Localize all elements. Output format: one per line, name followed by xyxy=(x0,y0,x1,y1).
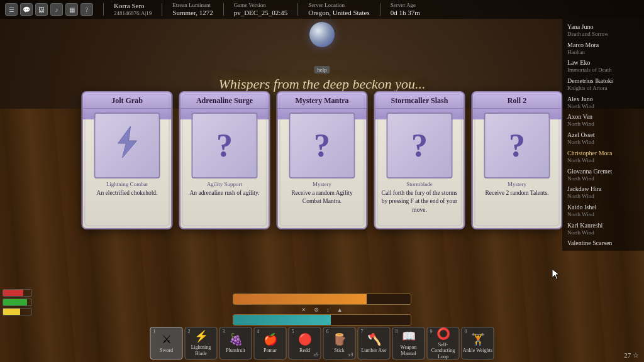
xp-area: ✕ ⚙ ↕ ▲ xyxy=(233,293,411,327)
stats-icon[interactable]: ▦ xyxy=(65,3,78,16)
hp-bar xyxy=(3,290,23,296)
card-image: ? xyxy=(289,112,355,178)
player-id: 248146876:A|19 xyxy=(114,10,152,17)
player-list-item[interactable]: Valentine Scarsen xyxy=(562,238,644,248)
card-2[interactable]: Mystery Mantra ? Mystery Receive a rando… xyxy=(277,91,368,229)
slot-icon: ⭕ xyxy=(436,327,450,341)
hotbar-slot-7[interactable]: 8 📖 Weapon Manual xyxy=(392,327,425,359)
slot-label: Sword xyxy=(160,348,173,354)
card-description: Receive 2 random Talents. xyxy=(480,189,554,197)
card-icon: ? xyxy=(411,127,428,164)
card-image: ? xyxy=(192,112,258,178)
ctrl-arrows[interactable]: ↕ xyxy=(326,307,330,313)
mana-bar xyxy=(3,309,20,315)
card-selection: Jolt Grab Lightning Combat An electrifie… xyxy=(82,91,563,229)
server-age-value: 0d 1h 37m xyxy=(391,9,420,17)
card-title: Mystery Mantra xyxy=(278,92,367,109)
card-type: Stormblade xyxy=(406,181,433,187)
chat-icon[interactable]: 💬 xyxy=(20,3,33,16)
card-description: An adrenaline rush of agility. xyxy=(185,189,265,197)
player-list-item[interactable]: Jackdaw HiraNorth Wind xyxy=(562,184,644,202)
card-type: Mystery xyxy=(313,181,331,187)
player-list-item[interactable]: Marco MoraHaohan xyxy=(562,40,644,58)
player-name: Karl Kanreshi xyxy=(567,221,639,229)
ctrl-up[interactable]: ▲ xyxy=(337,307,343,313)
hotbar-slot-4[interactable]: 5 🔴 Redd x9 xyxy=(289,327,321,359)
slot-number: 6 xyxy=(326,329,329,334)
help-icon[interactable]: ? xyxy=(80,3,93,16)
player-sub: North Wind xyxy=(567,139,639,146)
hotbar-slot-8[interactable]: 9 ⭕ Self-Conducting Loop xyxy=(427,327,460,359)
slot-icon: 🪵 xyxy=(333,332,347,346)
xp-bar-orange xyxy=(233,294,367,304)
hotbar-slot-2[interactable]: 3 🍇 Plumfruit xyxy=(219,327,252,359)
stamina-bar-container xyxy=(3,299,32,306)
card-title: Adrenaline Surge xyxy=(180,92,269,109)
ctrl-gear[interactable]: ⚙ xyxy=(314,307,319,313)
player-list-item[interactable]: Yana JunoDeath and Sorrow xyxy=(562,21,644,40)
player-name: Marco Mora xyxy=(567,41,639,49)
server-location-label: Server Location xyxy=(308,2,345,9)
slot-icon: 🏋 xyxy=(471,332,485,346)
ctrl-x[interactable]: ✕ xyxy=(301,307,306,313)
hp-bar-container xyxy=(3,289,32,297)
hotbar-slot-5[interactable]: 6 🪵 Stick x9 xyxy=(323,327,356,359)
etrean-value: Summer, 1272 xyxy=(172,9,213,17)
xp-bar-outer-2 xyxy=(233,314,411,326)
player-sub: North Wind xyxy=(567,121,639,128)
player-list-item[interactable]: Christopher MoraNorth Wind xyxy=(562,148,644,166)
player-name: Giovanna Gremet xyxy=(567,167,639,175)
player-list-item[interactable]: Axon VenNorth Wind xyxy=(562,111,644,129)
card-image xyxy=(94,112,160,178)
player-list-item[interactable]: Demetrius IkatokiKnights of Artora xyxy=(562,75,644,94)
card-type: Mystery xyxy=(508,181,526,187)
slot-icon: 🪓 xyxy=(367,332,381,346)
hotbar-slot-6[interactable]: 7 🪓 Lumber Axe xyxy=(358,327,391,359)
player-name: Valentine Scarsen xyxy=(567,239,639,247)
player-sub: Knights of Artora xyxy=(567,85,639,92)
slot-number: 9 xyxy=(430,329,433,334)
player-sub: Death and Sorrow xyxy=(567,31,639,38)
hotbar-slot-9[interactable]: 0 🏋 Ankle Weights xyxy=(462,327,494,359)
player-sub: North Wind xyxy=(567,175,639,183)
whisper-prompt: help Whispers from the deep beckon you..… xyxy=(218,63,425,92)
player-list-item[interactable]: Giovanna GremetNorth Wind xyxy=(562,166,644,184)
hotbar-slot-1[interactable]: 2 ⚡ Lightning Blade xyxy=(185,327,218,359)
player-sub: Haohan xyxy=(567,49,639,57)
card-3[interactable]: Stormcaller Slash ? Stormblade Call fort… xyxy=(374,91,465,229)
hotbar-slot-0[interactable]: 1 ⚔ Sword xyxy=(150,327,183,359)
player-list-item[interactable]: Kaido IshelNorth Wind xyxy=(562,202,644,220)
slot-icon: 📖 xyxy=(402,329,416,343)
player-name: Kaido Ishel xyxy=(567,203,639,211)
slot-number: 7 xyxy=(361,329,364,334)
menu-icon[interactable]: ☰ xyxy=(5,3,18,16)
card-4[interactable]: Roll 2 ? Mystery Receive 2 random Talent… xyxy=(472,91,563,229)
player-bars xyxy=(0,287,35,318)
counter-value: 27 ☆ xyxy=(624,351,639,359)
player-name: Jackdaw Hira xyxy=(567,185,639,193)
player-list-item[interactable]: Karl KanreshiNorth Wind xyxy=(562,220,644,238)
gallery-icon[interactable]: 🖼 xyxy=(35,3,48,16)
card-icon: ? xyxy=(314,127,330,164)
slot-icon: 🍇 xyxy=(229,332,243,346)
hotbar-slot-3[interactable]: 4 🍎 Pomar xyxy=(254,327,287,359)
music-icon[interactable]: ♪ xyxy=(50,3,63,16)
player-name: Demetrius Ikatoki xyxy=(567,77,639,85)
server-age-label: Server Age xyxy=(391,2,416,9)
server-age-info: Server Age 0d 1h 37m xyxy=(391,2,420,17)
card-icon: ? xyxy=(509,127,525,164)
xp-bar-outer-1 xyxy=(233,293,411,305)
player-list-item[interactable]: Law EkoImmortals of Death xyxy=(562,57,644,75)
card-title: Roll 2 xyxy=(473,92,562,109)
player-list-item[interactable]: Azel OssetNorth Wind xyxy=(562,129,644,148)
card-1[interactable]: Adrenaline Surge ? Agility Support An ad… xyxy=(179,91,270,229)
player-list-item[interactable]: Alex JunoNorth Wind xyxy=(562,94,644,112)
card-type: Lightning Combat xyxy=(106,181,148,187)
game-version-info: Game Version pv_DEC_25_02:45 xyxy=(234,2,288,17)
slot-label: Self-Conducting Loop xyxy=(428,342,459,360)
game-version-label: Game Version xyxy=(234,2,266,9)
slot-number: 2 xyxy=(188,329,191,334)
card-0[interactable]: Jolt Grab Lightning Combat An electrifie… xyxy=(82,91,173,229)
hud-divider xyxy=(103,3,104,16)
player-sub: North Wind xyxy=(567,103,639,111)
